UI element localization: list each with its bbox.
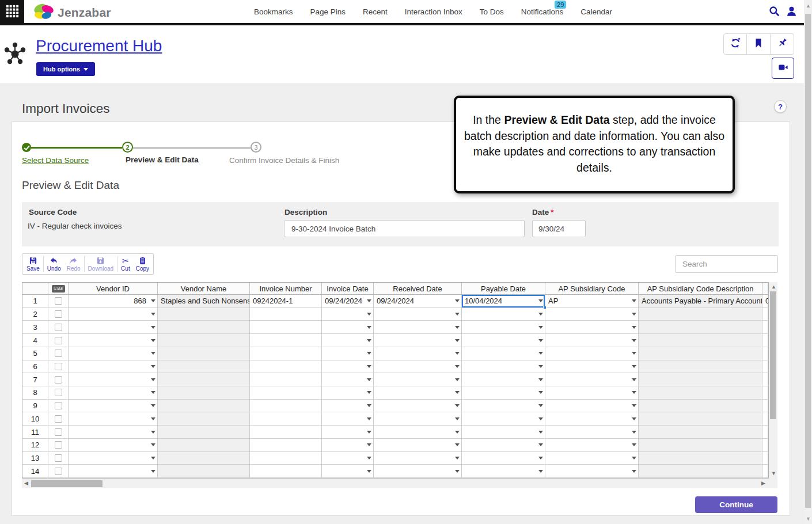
dropdown-arrow-icon[interactable]	[537, 443, 545, 446]
redo-button[interactable]: Redo	[64, 254, 84, 274]
dropdown-arrow-icon[interactable]	[630, 431, 638, 434]
dropdown-arrow-icon[interactable]	[630, 457, 638, 460]
cell-extra[interactable]	[762, 386, 768, 400]
cell-payable_date[interactable]	[462, 360, 545, 374]
dropdown-arrow-icon[interactable]	[630, 326, 638, 329]
dropdown-arrow-icon[interactable]	[630, 339, 638, 342]
cell-extra[interactable]	[762, 439, 768, 452]
cell-ap_desc[interactable]	[639, 373, 762, 386]
cell-received_date[interactable]	[374, 426, 462, 439]
horizontal-scroll-thumb[interactable]	[31, 480, 103, 487]
dropdown-arrow-icon[interactable]	[365, 391, 373, 394]
dropdown-arrow-icon[interactable]	[537, 378, 545, 381]
cell-vendor_name[interactable]	[158, 334, 250, 347]
scroll-right-arrow[interactable]: ▶	[761, 481, 765, 486]
cell-payable_date[interactable]	[462, 426, 545, 439]
cell-ap_code[interactable]	[545, 373, 639, 386]
cell-invoice_date[interactable]	[322, 308, 374, 321]
cell-vendor_id[interactable]	[69, 426, 158, 439]
dropdown-arrow-icon[interactable]	[149, 431, 157, 434]
pin-button[interactable]	[771, 33, 794, 55]
topnav-item-notifications[interactable]: 29Notifications	[513, 0, 572, 23]
refresh-button[interactable]	[723, 33, 747, 55]
cell-received_date[interactable]	[374, 452, 462, 465]
row-checkbox[interactable]	[55, 402, 62, 409]
cell-received_date[interactable]	[374, 347, 462, 360]
cell-invoice_date[interactable]: 09/24/2024	[322, 295, 374, 308]
dropdown-arrow-icon[interactable]	[453, 339, 461, 342]
dropdown-arrow-icon[interactable]	[365, 299, 373, 302]
dropdown-arrow-icon[interactable]	[453, 365, 461, 368]
cell-invoice_date[interactable]	[322, 412, 374, 426]
dropdown-arrow-icon[interactable]	[630, 470, 638, 473]
cell-invoice_date[interactable]	[322, 386, 374, 400]
column-header-ap_desc[interactable]: AP Subsidiary Code Description	[639, 283, 762, 295]
row-checkbox[interactable]	[55, 297, 62, 305]
date-input[interactable]	[532, 220, 586, 237]
cell-ap_desc[interactable]	[639, 465, 762, 478]
cell-vendor_id[interactable]	[69, 373, 158, 386]
download-button[interactable]: Download	[85, 254, 116, 274]
cell-ap_code[interactable]	[545, 386, 639, 400]
cell-ap_code[interactable]	[545, 321, 639, 334]
grid-search-input[interactable]	[675, 255, 778, 273]
cell-invoice_date[interactable]	[322, 452, 374, 465]
dropdown-arrow-icon[interactable]	[149, 365, 157, 368]
dropdown-arrow-icon[interactable]	[149, 352, 157, 355]
cell-received_date[interactable]	[374, 400, 462, 413]
cell-extra[interactable]	[762, 360, 768, 374]
cell-ap_code[interactable]	[545, 439, 639, 452]
dropdown-arrow-icon[interactable]	[365, 378, 373, 381]
topnav-item-interaction-inbox[interactable]: Interaction Inbox	[396, 0, 471, 23]
cell-payable_date[interactable]	[462, 412, 545, 426]
dropdown-arrow-icon[interactable]	[149, 404, 157, 407]
cell-ap_code[interactable]	[545, 465, 639, 478]
scroll-left-arrow[interactable]: ◀	[24, 481, 28, 486]
dropdown-arrow-icon[interactable]	[149, 443, 157, 446]
dropdown-arrow-icon[interactable]	[365, 326, 373, 329]
dropdown-arrow-icon[interactable]	[365, 470, 373, 473]
row-checkbox[interactable]	[55, 310, 62, 318]
cell-vendor_id[interactable]	[69, 308, 158, 321]
cell-vendor_name[interactable]	[158, 321, 250, 334]
row-checkbox[interactable]	[55, 389, 62, 396]
dropdown-arrow-icon[interactable]	[149, 299, 157, 302]
dropdown-arrow-icon[interactable]	[453, 443, 461, 446]
cell-ap_desc[interactable]	[639, 426, 762, 439]
scroll-down-arrow[interactable]: ▼	[771, 471, 776, 476]
cell-vendor_id[interactable]	[69, 360, 158, 374]
cell-vendor_id[interactable]	[69, 347, 158, 360]
cell-extra[interactable]	[762, 400, 768, 413]
dropdown-arrow-icon[interactable]	[453, 299, 461, 302]
cell-extra[interactable]: 0	[762, 295, 768, 308]
dropdown-arrow-icon[interactable]	[537, 404, 545, 407]
dropdown-arrow-icon[interactable]	[149, 313, 157, 316]
cell-invoice_number[interactable]	[250, 426, 322, 439]
dropdown-arrow-icon[interactable]	[365, 457, 373, 460]
dropdown-arrow-icon[interactable]	[453, 391, 461, 394]
row-checkbox[interactable]	[55, 454, 62, 462]
hub-options-button[interactable]: Hub options	[36, 62, 95, 76]
cell-vendor_name[interactable]	[158, 400, 250, 413]
scroll-up-arrow[interactable]: ▲	[771, 284, 776, 290]
cell-received_date[interactable]	[374, 308, 462, 321]
cell-ap_desc[interactable]	[639, 334, 762, 347]
cell-invoice_number[interactable]	[250, 412, 322, 426]
cell-ap_code[interactable]: AP	[545, 295, 639, 308]
cell-received_date[interactable]	[374, 373, 462, 386]
cell-extra[interactable]	[762, 426, 768, 439]
cell-payable_date[interactable]	[462, 452, 545, 465]
vertical-scroll-thumb[interactable]	[770, 291, 776, 419]
cell-invoice_number[interactable]	[250, 439, 322, 452]
dropdown-arrow-icon[interactable]	[630, 443, 638, 446]
cell-invoice_date[interactable]	[322, 334, 374, 347]
cell-ap_code[interactable]	[545, 334, 639, 347]
step1-label[interactable]: Select Data Source	[22, 156, 89, 165]
cell-payable_date[interactable]	[462, 386, 545, 400]
row-checkbox[interactable]	[55, 376, 62, 383]
grid-horizontal-scrollbar[interactable]: ◀ ▶	[22, 479, 769, 488]
page-scroll-up-arrow[interactable]: ▲	[806, 3, 811, 9]
cell-ap_code[interactable]	[545, 400, 639, 413]
cell-vendor_id[interactable]: 868	[69, 295, 158, 308]
dropdown-arrow-icon[interactable]	[149, 417, 157, 420]
